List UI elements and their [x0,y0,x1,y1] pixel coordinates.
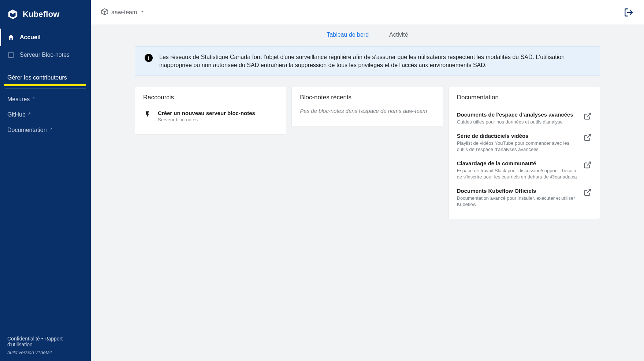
sidebar: Kubeflow Accueil Serveur Bloc-notes Gére… [0,0,91,361]
kubeflow-logo-icon [7,9,18,20]
svg-line-6 [587,162,591,166]
tabs: Tableau de bord Activité [91,25,644,44]
sidebar-item-notebook[interactable]: Serveur Bloc-notes [0,46,91,64]
doc-subtitle: Documentation avancé pour installer, exé… [457,195,578,208]
sidebar-footer: Confidentialité • Rapport d'utilisation … [0,330,91,361]
external-icon: ↗ [49,127,52,131]
sidebar-item-label: Gérer les contributeurs [7,74,67,81]
doc-text: Série de didacticiels vidéos Playlist de… [457,133,578,153]
box-icon [101,8,108,17]
shortcut-title: Créer un nouveau serveur bloc-notes [158,110,255,116]
svg-line-5 [587,134,591,138]
sidebar-item-label: Documentation [7,127,47,133]
sidebar-item-metrics[interactable]: Mesures ↗ [0,92,91,107]
sidebar-item-label: Serveur Bloc-notes [20,52,70,58]
alert-text: Les réseaux de Statistique Canada font l… [159,53,590,69]
footer-privacy-link[interactable]: Confidentialité [7,336,40,342]
sidebar-item-github[interactable]: GitHub ↗ [0,107,91,122]
external-icon: ↗ [28,111,31,115]
nav-primary: Accueil Serveur Bloc-notes [0,29,91,64]
card-header: Raccourcis [143,94,278,101]
cards-row: Raccourcis Créer un nouveau serveur bloc… [135,86,600,219]
book-icon [7,51,15,59]
shortcut-create-notebook[interactable]: Créer un nouveau serveur bloc-notes Serv… [143,108,278,125]
shortcut-subtitle: Serveur bloc-notes [158,117,255,122]
svg-line-4 [587,113,591,117]
sidebar-item-home[interactable]: Accueil [0,29,91,46]
logout-button[interactable] [623,7,634,18]
sidebar-item-label: GitHub [7,111,26,118]
home-icon [7,34,15,41]
brand-name: Kubeflow [23,10,60,19]
sidebar-item-label: Mesures [7,96,30,103]
topbar: aaw-team [91,0,644,25]
sidebar-item-documentation[interactable]: Documentation ↗ [0,122,91,138]
build-version: build version v1beta1 [7,350,83,355]
alert-banner: i Les réseaux de Statistique Canada font… [135,46,600,76]
sidebar-item-contributors[interactable]: Gérer les contributeurs [0,70,91,85]
notebooks-empty-text: Pas de bloc-notes dans l'espace de noms … [300,108,435,114]
doc-title: Documents Kubeflow Officiels [457,188,578,194]
open-external-icon [584,133,592,141]
doc-item[interactable]: Série de didacticiels vidéos Playlist de… [457,129,592,156]
doc-item[interactable]: Documents Kubeflow Officiels Documentati… [457,184,592,211]
doc-subtitle: Playlist de vidéos YouTube pour commence… [457,140,578,153]
card-shortcuts: Raccourcis Créer un nouveau serveur bloc… [135,86,286,135]
card-notebooks: Bloc-notes récents Pas de bloc-notes dan… [291,86,443,126]
doc-item[interactable]: Documents de l'espace d'analyses avancée… [457,108,592,129]
tab-activity[interactable]: Activité [389,32,408,39]
chevron-down-icon [140,9,145,16]
card-header: Documentation [457,94,592,101]
svg-line-7 [587,189,591,193]
namespace-selector[interactable]: aaw-team [101,8,145,17]
open-external-icon [584,188,592,196]
nav-divider [5,88,86,89]
doc-text: Documents Kubeflow Officiels Documentati… [457,188,578,208]
doc-text: Documents de l'espace d'analyses avancée… [457,111,578,125]
nav-divider [5,67,86,67]
doc-title: Clavardage de la communauté [457,160,578,166]
doc-subtitle: Guides utiles pour nos données et outils… [457,119,578,125]
open-external-icon [584,161,592,169]
doc-item[interactable]: Clavardage de la communauté Espace de tr… [457,156,592,184]
card-documentation: Documentation Documents de l'espace d'an… [448,86,600,219]
namespace-name: aaw-team [111,9,137,16]
bolt-icon [143,111,152,120]
doc-title: Série de didacticiels vidéos [457,133,578,139]
doc-subtitle: Espace de travail Slack pour discussion/… [457,167,578,180]
card-header: Bloc-notes récents [300,94,435,101]
brand: Kubeflow [0,6,91,29]
external-icon: ↗ [32,96,35,100]
main: aaw-team Tableau de bord Activité i Les … [91,0,644,361]
content: i Les réseaux de Statistique Canada font… [91,44,644,361]
info-icon: i [145,54,153,62]
doc-text: Clavardage de la communauté Espace de tr… [457,160,578,180]
doc-title: Documents de l'espace d'analyses avancée… [457,111,578,118]
tab-dashboard[interactable]: Tableau de bord [327,32,369,39]
footer-sep: • [41,336,43,342]
shortcut-text: Créer un nouveau serveur bloc-notes Serv… [158,110,255,122]
sidebar-item-label: Accueil [20,34,41,41]
open-external-icon [584,112,592,120]
